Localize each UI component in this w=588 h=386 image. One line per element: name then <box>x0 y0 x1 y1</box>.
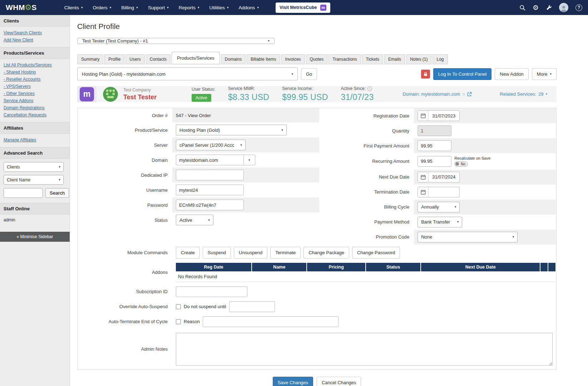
admin-notes-textarea[interactable] <box>176 333 553 366</box>
sidebar-search-button[interactable]: Search <box>45 188 69 198</box>
module-suspend-button[interactable]: Suspend <box>203 247 231 259</box>
sidebar-item-manage-affiliates[interactable]: Manage Affiliates <box>0 136 70 144</box>
auto-terminate-reason-input[interactable] <box>203 316 339 327</box>
sidebar-search-input[interactable] <box>4 188 43 198</box>
registration-date-picker[interactable]: 31/07/2023 <box>417 110 460 121</box>
addons-header-pricing[interactable]: Pricing <box>307 263 366 271</box>
sidebar-item-add-new-client[interactable]: Add New Client <box>0 36 70 44</box>
more-button[interactable]: More ▾ <box>532 68 557 80</box>
dedicated-ip-input[interactable] <box>176 170 244 180</box>
tab-transactions[interactable]: Transactions <box>328 54 361 64</box>
module-unsuspend-button[interactable]: Unsuspend <box>234 247 267 259</box>
nav-addons[interactable]: Addons▾ <box>234 1 263 14</box>
red-lock-icon[interactable] <box>421 70 430 79</box>
tab-billable-items[interactable]: Billable Items <box>247 54 280 64</box>
tab-quotes[interactable]: Quotes <box>306 54 328 64</box>
next-due-date-picker[interactable]: 31/07/2024 <box>417 172 460 182</box>
cancel-changes-button[interactable]: Cancel Changes <box>317 377 361 386</box>
help-icon[interactable]: ? <box>575 4 582 11</box>
first-payment-amount-input[interactable] <box>417 140 451 151</box>
sidebar-item-service-addons[interactable]: Service Addons <box>0 97 70 104</box>
user-avatar[interactable] <box>559 3 568 12</box>
info-icon[interactable]: i <box>367 86 372 91</box>
domain-link[interactable]: Domain: mytestdomain.com ○ <box>402 91 472 97</box>
domain-input[interactable] <box>176 155 244 165</box>
sidebar-item-domain-registrations[interactable]: Domain Registrations <box>0 104 70 111</box>
sidebar-item-vps-servers[interactable]: - VPS/Servers <box>0 83 70 90</box>
password-input[interactable] <box>176 200 244 210</box>
nav-orders[interactable]: Orders▾ <box>88 1 116 14</box>
nav-reports[interactable]: Reports▾ <box>174 1 204 14</box>
addons-header-reg-date[interactable]: Reg Date <box>176 263 252 271</box>
recalculate-toggle[interactable]: No <box>454 161 468 167</box>
auto-terminate-checkbox[interactable] <box>176 319 181 324</box>
product-service-select[interactable]: Hosting Plan (Gold)▾ <box>176 125 287 135</box>
nav-clients[interactable]: Clients▾ <box>60 1 88 14</box>
calendar-icon[interactable] <box>418 187 429 197</box>
module-change-package-button[interactable]: Change Package <box>303 247 349 259</box>
payment-method-select[interactable]: Bank Transfer▾ <box>417 217 462 227</box>
module-change-password-button[interactable]: Change Password <box>352 247 400 259</box>
sidebar-item-cancellation-requests[interactable]: Cancellation Requests <box>0 111 70 119</box>
nav-support[interactable]: Support▾ <box>143 1 173 14</box>
billing-cycle-select[interactable]: Annually▾ <box>417 202 460 212</box>
tab-products-services[interactable]: Products/Services <box>172 52 220 64</box>
service-selector[interactable]: Hosting Plan (Gold) - mytestdomain.com ▾ <box>77 67 298 80</box>
search-field-select[interactable]: Client Name ▾ <box>4 175 64 185</box>
do-not-suspend-until-input[interactable] <box>229 301 275 312</box>
whois-icon[interactable]: ○ <box>462 91 465 97</box>
calendar-icon[interactable] <box>418 172 429 182</box>
metricscube-logo-icon[interactable]: m <box>80 87 94 101</box>
search-icon[interactable] <box>519 5 525 11</box>
addons-header-name[interactable]: Name <box>252 263 307 271</box>
override-auto-suspend-checkbox[interactable] <box>176 304 181 309</box>
nav-utilities[interactable]: Utilities▾ <box>205 1 233 14</box>
recurring-amount-input[interactable] <box>417 156 451 167</box>
tab-profile[interactable]: Profile <box>104 54 124 64</box>
search-type-select[interactable]: Clients ▾ <box>4 162 64 172</box>
username-input[interactable] <box>176 185 244 195</box>
termination-date-picker[interactable] <box>417 187 460 197</box>
status-select[interactable]: Active▾ <box>176 215 213 225</box>
visit-metricscube-button[interactable]: Visit MetricsCube m <box>276 2 330 13</box>
module-terminate-button[interactable]: Terminate <box>270 247 301 259</box>
server-select[interactable]: cPanel Server (1/200 Accc▾ <box>176 140 246 150</box>
automation-gears-icon[interactable]: ⚙ <box>533 4 539 12</box>
related-services-dropdown[interactable]: Related Services: 29 ▾ <box>500 91 547 97</box>
product-service-value: Hosting Plan (Gold) <box>179 127 220 133</box>
promotion-code-select[interactable]: None▾ <box>417 232 518 242</box>
sidebar-item-reseller-accounts[interactable]: - Reseller Accounts <box>0 76 70 83</box>
go-button[interactable]: Go <box>301 68 317 80</box>
tab-tickets[interactable]: Tickets <box>362 54 384 64</box>
new-addon-button[interactable]: New Addon <box>495 68 529 80</box>
sidebar-item-other-services[interactable]: - Other Services <box>0 90 70 97</box>
login-control-panel-button[interactable]: Log In To Control Panel <box>433 68 492 80</box>
tab-domains[interactable]: Domains <box>221 54 246 64</box>
sidebar-item-list-all-products[interactable]: List All Products/Services <box>0 61 70 69</box>
save-changes-button[interactable]: Save Changes <box>273 377 313 386</box>
nav-billing[interactable]: Billing▾ <box>117 1 143 14</box>
tab-notes[interactable]: Notes (1) <box>406 54 431 64</box>
subscription-id-input[interactable] <box>176 286 247 297</box>
status-label: Status <box>78 217 172 223</box>
wrench-icon[interactable] <box>546 5 552 11</box>
minimise-sidebar-button[interactable]: « Minimise Sidebar <box>0 232 70 242</box>
addons-header-status[interactable]: Status <box>366 263 421 271</box>
whmcs-logo[interactable]: WHM⚙S <box>6 3 37 12</box>
tab-users[interactable]: Users <box>125 54 144 64</box>
addons-header-next-due-date[interactable]: Next Due Date <box>421 263 540 271</box>
external-link-icon[interactable] <box>467 92 472 96</box>
quantity-input[interactable] <box>417 125 451 136</box>
domain-dropdown-button[interactable]: ▾ <box>244 155 255 165</box>
sidebar-item-shared-hosting[interactable]: - Shared Hosting <box>0 69 70 76</box>
module-create-button[interactable]: Create <box>176 247 200 259</box>
tab-contacts[interactable]: Contacts <box>146 54 171 64</box>
tab-invoices[interactable]: Invoices <box>281 54 305 64</box>
client-selector[interactable]: Test Tester (Test Company) - #1 ▾ <box>77 38 275 44</box>
tab-emails[interactable]: Emails <box>384 54 405 64</box>
order-number-link[interactable]: 547 - View Order <box>176 113 211 118</box>
calendar-icon[interactable] <box>418 111 429 121</box>
tab-summary[interactable]: Summary <box>77 54 103 64</box>
tab-log[interactable]: Log <box>433 54 448 64</box>
sidebar-item-view-search-clients[interactable]: View/Search Clients <box>0 29 70 36</box>
